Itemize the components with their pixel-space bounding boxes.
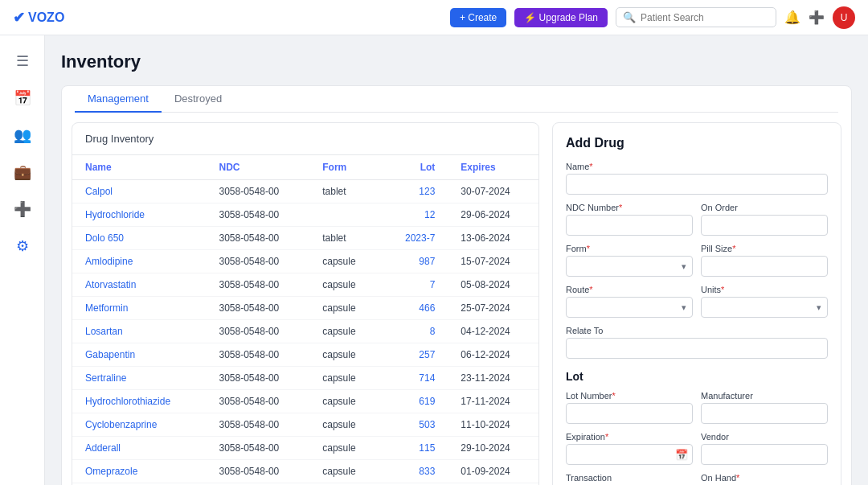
drug-ndc-cell: 3058-0548-00 [207, 203, 310, 227]
drug-form-cell: capsule [309, 460, 380, 483]
required-star: * [605, 432, 608, 442]
drug-ndc-cell: 3058-0548-00 [207, 227, 310, 250]
drug-name-cell[interactable]: Losartan [72, 320, 207, 343]
drug-name-cell[interactable]: Omeprazole [72, 460, 207, 483]
required-star: * [732, 244, 735, 253]
lot-number-input[interactable] [566, 403, 693, 424]
user-avatar[interactable]: U [833, 6, 855, 29]
drug-expires-cell: 29-10-2024 [448, 437, 538, 460]
drug-name-cell[interactable]: Hydrochlorothiazide [72, 390, 207, 413]
patient-search-box[interactable]: 🔍 [616, 7, 776, 27]
drug-expires-cell: 04-12-2024 [448, 320, 538, 343]
sidebar-item-menu[interactable]: ☰ [6, 45, 39, 77]
drug-expires-cell: 23-11-2024 [448, 367, 538, 390]
units-select[interactable]: mg ml [701, 297, 828, 318]
table-header-row: Name NDC Form Lot Expires [72, 155, 538, 180]
drug-form-cell: capsule [309, 273, 380, 297]
form-row-lot-manufacturer: Lot Number* Manufacturer [566, 391, 828, 424]
tab-destroyed[interactable]: Destroyed [162, 86, 235, 113]
units-label: Units* [701, 285, 828, 294]
form-group-on-hand: On Hand* [701, 473, 828, 485]
on-order-input[interactable] [701, 215, 828, 236]
drug-name-cell[interactable]: Cyclobenzaprine [72, 413, 207, 437]
col-name: Name [72, 155, 207, 180]
search-icon: 🔍 [623, 11, 636, 23]
expiration-input[interactable] [566, 444, 693, 465]
drug-ndc-cell: 3058-0548-00 [207, 343, 310, 367]
lot-section-title: Lot [566, 370, 828, 383]
ndc-input[interactable] [566, 215, 693, 236]
drug-expires-cell: 25-07-2024 [448, 297, 538, 320]
form-group-manufacturer: Manufacturer [701, 391, 828, 424]
drug-ndc-cell: 3058-0548-00 [207, 367, 310, 390]
route-select-wrapper: Oral IV [566, 297, 693, 318]
sidebar-item-settings[interactable]: ⚙ [6, 230, 39, 262]
drug-name-cell[interactable]: Gabapentin [72, 343, 207, 367]
form-select[interactable]: tablet capsule liquid [566, 256, 693, 277]
vendor-label: Vendor [701, 432, 828, 442]
drug-lot-cell: 115 [381, 437, 448, 460]
drug-name-cell[interactable]: Atorvastatin [72, 273, 207, 297]
drug-lot-cell: 12 [381, 203, 448, 227]
drug-name-cell[interactable]: Calpol [72, 180, 207, 203]
drug-form-cell: capsule [309, 250, 380, 273]
drug-form-cell: tablet [309, 180, 380, 203]
tab-management[interactable]: Management [75, 86, 162, 113]
drug-form-cell [309, 203, 380, 227]
drug-form-cell: capsule [309, 390, 380, 413]
table-row: Atorvastatin 3058-0548-00 capsule 7 05-0… [72, 273, 538, 297]
drug-expires-cell: 13-06-2024 [448, 227, 538, 250]
drug-table-head: Name NDC Form Lot Expires [72, 155, 538, 180]
drug-expires-cell: 15-07-2024 [448, 250, 538, 273]
drug-name-cell[interactable]: Metformin [72, 297, 207, 320]
sidebar-item-briefcase[interactable]: 💼 [6, 156, 39, 188]
drug-name-cell[interactable]: Dolo 650 [72, 227, 207, 250]
drug-form-cell: capsule [309, 343, 380, 367]
drug-lot-cell: 123 [381, 180, 448, 203]
page-title: Inventory [61, 51, 852, 72]
drug-form-cell: capsule [309, 320, 380, 343]
pill-size-input[interactable] [701, 256, 828, 277]
drug-form-cell: capsule [309, 413, 380, 437]
route-select[interactable]: Oral IV [566, 297, 693, 318]
lot-number-label: Lot Number* [566, 391, 693, 401]
drug-expires-cell: 01-09-2024 [448, 460, 538, 483]
notification-icon[interactable]: 🔔 [784, 10, 800, 25]
drug-table-wrapper[interactable]: Name NDC Form Lot Expires Calpol 3058-05… [72, 155, 538, 485]
drug-name-input[interactable] [566, 174, 828, 195]
form-group-transaction: Transaction None In Out [566, 473, 693, 485]
table-row: Dolo 650 3058-0548-00 tablet 2023-7 13-0… [72, 227, 538, 250]
drug-name-cell[interactable]: Sertraline [72, 367, 207, 390]
vendor-input[interactable] [701, 444, 828, 465]
add-icon[interactable]: ➕ [809, 10, 825, 25]
drug-lot-cell: 2023-7 [381, 227, 448, 250]
table-row: Hydrochlorothiazide 3058-0548-00 capsule… [72, 390, 538, 413]
drug-table-body: Calpol 3058-0548-00 tablet 123 30-07-202… [72, 180, 538, 486]
relate-to-label: Relate To [566, 326, 828, 335]
tabs-container: Management Destroyed [62, 86, 851, 113]
drug-lot-cell: 257 [381, 343, 448, 367]
content-area: Drug Inventory Name NDC Form Lot Expires [72, 122, 841, 485]
manufacturer-input[interactable] [701, 403, 828, 424]
manufacturer-label: Manufacturer [701, 391, 828, 401]
sidebar-item-patients[interactable]: 👥 [6, 119, 39, 151]
drug-expires-cell: 05-08-2024 [448, 273, 538, 297]
create-button[interactable]: + Create [450, 8, 506, 27]
drug-ndc-cell: 3058-0548-00 [207, 320, 310, 343]
upgrade-button[interactable]: ⚡ Upgrade Plan [514, 8, 608, 27]
relate-to-input[interactable] [566, 338, 828, 359]
logo[interactable]: ✔ VOZO [13, 9, 64, 27]
drug-form-cell: tablet [309, 227, 380, 250]
form-row-name: Name* [566, 162, 828, 195]
sidebar-item-calendar[interactable]: 📅 [6, 82, 39, 114]
drug-name-cell[interactable]: Amlodipine [72, 250, 207, 273]
drug-lot-cell: 619 [381, 390, 448, 413]
inventory-section-title: Drug Inventory [72, 123, 538, 155]
patient-search-input[interactable] [641, 12, 769, 23]
sidebar-item-add[interactable]: ➕ [6, 193, 39, 225]
form-select-wrapper: tablet capsule liquid [566, 256, 693, 277]
drug-name-cell[interactable]: Adderall [72, 437, 207, 460]
required-star: * [736, 473, 739, 483]
drug-name-cell[interactable]: Hydrochloride [72, 203, 207, 227]
form-title: Add Drug [566, 136, 828, 150]
